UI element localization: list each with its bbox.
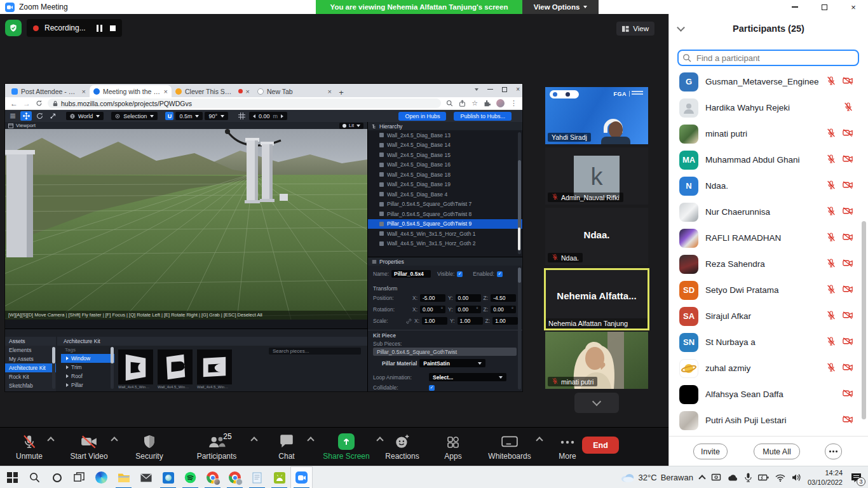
- render-mode-dropdown[interactable]: Lit: [339, 123, 363, 129]
- asset-tag[interactable]: Window: [61, 354, 114, 363]
- pause-recording-button[interactable]: [97, 25, 102, 32]
- participant-row[interactable]: zuhal azmiy: [669, 355, 864, 381]
- properties-scrollbar[interactable]: [518, 268, 521, 390]
- collapse-thumbnails-button[interactable]: [574, 393, 619, 413]
- hierarchy-item[interactable]: Wall_2x4.5_Diag_Base 16: [368, 160, 522, 170]
- view-layout-button[interactable]: View: [616, 22, 654, 36]
- visible-checkbox[interactable]: ✓: [457, 271, 463, 277]
- video-tile-admin[interactable]: k Admin_Nauval Rifki: [545, 147, 648, 205]
- asset-category[interactable]: Sketchfab: [5, 381, 56, 390]
- video-tile-yahdi[interactable]: FGA Yahdi Siradj: [545, 87, 648, 144]
- hierarchy-item[interactable]: Wall_4x4.5_Win_3x1.5_Horz_Goth 2: [368, 239, 522, 249]
- viewport-3d-scene[interactable]: [5, 129, 367, 320]
- taskbar-start-icon[interactable]: [1, 466, 24, 488]
- zoom-page-icon[interactable]: [446, 100, 453, 107]
- scale-y-input[interactable]: 1.00: [458, 317, 483, 325]
- open-in-hubs-button[interactable]: Open in Hubs: [398, 112, 446, 121]
- pillar-left[interactable]: [5, 150, 35, 257]
- tab-close-icon[interactable]: ×: [164, 88, 168, 95]
- hierarchy-item[interactable]: Wall_2x4.5_Diag_Base 18: [368, 170, 522, 180]
- participant-row[interactable]: GGusman_Metaverse_Engineer: [669, 69, 864, 95]
- tab-search-chevron-icon[interactable]: [475, 88, 478, 91]
- hierarchy-item[interactable]: Wall_2x4.5_Diag_Base 15: [368, 150, 522, 160]
- browser-menu-icon[interactable]: ⋮: [510, 99, 517, 107]
- pillar-material-dropdown[interactable]: PaintSatin: [419, 359, 485, 367]
- loop-animation-dropdown[interactable]: Select...: [429, 373, 506, 381]
- grid-icon[interactable]: [236, 111, 247, 121]
- rotation-x-input[interactable]: 0.00°: [420, 306, 445, 313]
- invite-button[interactable]: Invite: [693, 444, 728, 459]
- asset-category[interactable]: Elements: [5, 346, 56, 355]
- more-options-button[interactable]: [825, 444, 842, 459]
- taskbar-chrome-profile-2-icon[interactable]: [224, 466, 246, 488]
- asset-tag[interactable]: Roof: [61, 372, 114, 381]
- asset-tag[interactable]: Trim: [61, 363, 114, 372]
- link-scale-icon[interactable]: [406, 318, 412, 324]
- new-tab-button[interactable]: +: [336, 88, 347, 97]
- mute-all-button[interactable]: Mute All: [754, 444, 800, 459]
- hierarchy-item[interactable]: Wall_4x4.5_Win_3x1.5_Horz_Goth 1: [368, 229, 522, 239]
- participant-row[interactable]: Reza Sahendra: [669, 251, 864, 277]
- collidable-checkbox[interactable]: ✓: [429, 385, 435, 391]
- taskbar-spotify-icon[interactable]: [179, 466, 201, 488]
- video-tile-minati[interactable]: minati putri: [545, 332, 648, 389]
- taskbar-search-icon[interactable]: [24, 466, 46, 488]
- video-tile-nehemia-active-speaker[interactable]: Nehemia Alfatta... Nehemia Alfattan Tanj…: [544, 268, 649, 330]
- taskbar-mail-icon[interactable]: [135, 466, 157, 488]
- increment-icon[interactable]: [281, 114, 283, 118]
- position-x-input[interactable]: -5.00: [420, 294, 445, 302]
- asset-category[interactable]: Bing Images: [5, 390, 56, 391]
- wifi-icon[interactable]: [775, 474, 785, 482]
- whiteboards-button[interactable]: Whiteboards: [479, 432, 540, 461]
- scale-z-input[interactable]: 1.00: [492, 317, 518, 325]
- taskbar-cortana-icon[interactable]: [46, 466, 68, 488]
- browser-minimize-icon[interactable]: [487, 89, 493, 90]
- reload-icon[interactable]: [36, 100, 43, 107]
- browser-tab[interactable]: New Tab×: [254, 85, 336, 97]
- asset-tag[interactable]: Pillar: [61, 381, 114, 390]
- thumbnails-resize-handle[interactable]: [518, 227, 520, 250]
- action-center-button[interactable]: 3: [849, 471, 863, 485]
- taskbar-zoom-icon[interactable]: [290, 466, 313, 488]
- grid-height-stepper[interactable]: 0.00 m: [249, 112, 287, 120]
- close-button[interactable]: ×: [839, 0, 868, 14]
- tags-scrollbar[interactable]: [111, 347, 114, 389]
- asset-thumbnail[interactable]: Wall_4x4.5_Win…: [197, 349, 232, 389]
- transform-space-dropdown[interactable]: World: [66, 112, 104, 120]
- asset-category[interactable]: Architecture Kit: [5, 363, 56, 372]
- taskbar-android-app-icon[interactable]: [268, 466, 290, 488]
- pillar-right[interactable]: [260, 142, 275, 202]
- browser-maximize-icon[interactable]: [502, 87, 507, 92]
- participants-scrollbar[interactable]: [862, 221, 866, 419]
- enabled-checkbox[interactable]: ✓: [497, 271, 503, 277]
- sub-piece-row[interactable]: Pillar_0.5x4.5_Square_GothTwist: [373, 348, 517, 356]
- extensions-icon[interactable]: [484, 100, 491, 107]
- cast-screen-icon[interactable]: [711, 473, 721, 482]
- scale-x-input[interactable]: 1.00: [422, 317, 447, 325]
- start-video-button[interactable]: Start Video: [58, 432, 119, 461]
- end-meeting-button[interactable]: End: [582, 437, 619, 454]
- asset-thumbnail[interactable]: Wall_4x4.5_Win…: [118, 349, 153, 389]
- name-input[interactable]: Pillar_0.5x4: [391, 270, 431, 278]
- back-icon[interactable]: ←: [10, 100, 18, 107]
- apps-button[interactable]: Apps: [423, 432, 484, 461]
- taskbar-task-view-icon[interactable]: [68, 466, 90, 488]
- taskbar-chrome-profile-1-icon[interactable]: [201, 466, 224, 488]
- participant-row[interactable]: NNdaa.: [669, 173, 864, 199]
- hidden-icons-chevron[interactable]: [698, 475, 705, 482]
- view-options-button[interactable]: View Options: [522, 0, 599, 14]
- translate-tool-button[interactable]: [20, 111, 32, 121]
- rotation-y-input[interactable]: 0.00°: [456, 306, 481, 313]
- participant-row[interactable]: SASirajul Afkar: [669, 303, 864, 329]
- participant-row[interactable]: Nur Chaerunnisa: [669, 199, 864, 225]
- hierarchy-item[interactable]: Pillar_0.5x4.5_Square_GothTwist 9: [368, 219, 522, 229]
- transform-pivot-dropdown[interactable]: Selection: [111, 112, 158, 120]
- participant-row[interactable]: MAMuhammad Abdul Ghani: [669, 147, 864, 173]
- hierarchy-item[interactable]: Wall_2x4.5_Diag_Base 14: [368, 140, 522, 151]
- participant-row[interactable]: SNSt Nurbaya a: [669, 329, 864, 355]
- rotation-z-input[interactable]: 0.00°: [491, 306, 516, 313]
- hierarchy-item[interactable]: Wall_2x4.5_Diag_Base 13: [368, 130, 522, 140]
- profile-avatar[interactable]: [496, 99, 505, 107]
- hierarchy-item[interactable]: Wall_2x4.5_Diag_Base 4: [368, 189, 522, 200]
- maximize-button[interactable]: [810, 0, 839, 14]
